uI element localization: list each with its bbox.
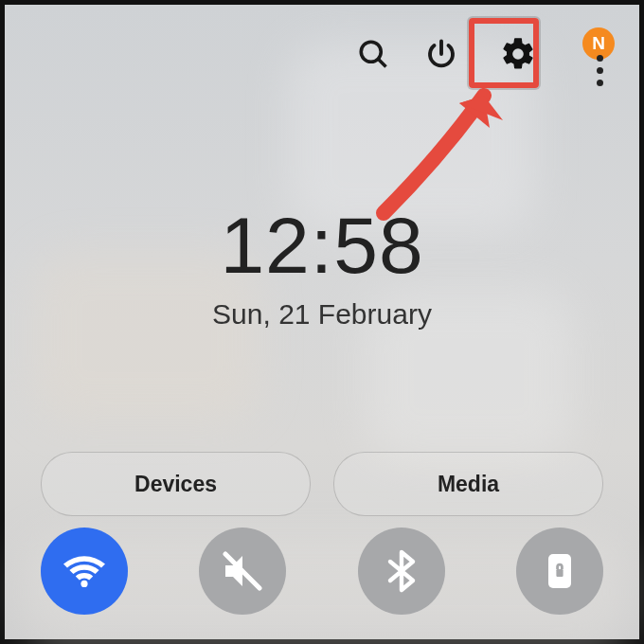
wifi-icon	[62, 548, 107, 594]
devices-label: Devices	[134, 472, 217, 497]
quick-settings-row	[41, 528, 603, 615]
clock-area: 12:58 Sun, 21 February	[5, 206, 639, 331]
gear-icon	[499, 35, 537, 73]
mute-toggle[interactable]	[199, 528, 286, 615]
shortcut-pill-row: Devices Media	[41, 452, 603, 516]
devices-button[interactable]: Devices	[41, 452, 311, 516]
notification-panel: N 12:58 Sun, 21 February Devices Media	[0, 0, 644, 644]
mute-icon	[220, 548, 265, 594]
rotation-lock-toggle[interactable]	[516, 528, 603, 615]
top-actions	[351, 24, 548, 84]
rotation-lock-icon	[537, 548, 582, 594]
overflow-menu-button[interactable]	[590, 48, 609, 92]
bluetooth-toggle[interactable]	[358, 528, 445, 615]
svg-point-0	[361, 42, 381, 62]
search-icon[interactable]	[351, 32, 395, 76]
more-vertical-icon	[590, 48, 609, 92]
media-label: Media	[438, 472, 499, 497]
settings-button[interactable]	[488, 24, 548, 84]
svg-line-1	[379, 60, 386, 67]
wifi-toggle[interactable]	[41, 528, 128, 615]
power-icon[interactable]	[420, 32, 463, 76]
bluetooth-icon	[379, 548, 424, 594]
clock-time: 12:58	[5, 206, 639, 285]
media-button[interactable]: Media	[333, 452, 603, 516]
clock-date: Sun, 21 February	[5, 298, 639, 331]
svg-rect-3	[556, 569, 563, 577]
